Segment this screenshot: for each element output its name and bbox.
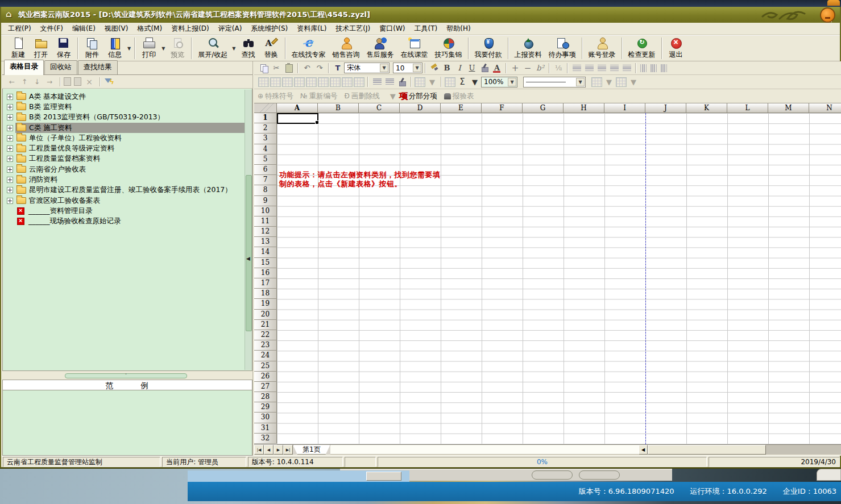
tree-item[interactable]: 消防资料 — [3, 174, 252, 185]
column-header-C[interactable]: C — [359, 103, 400, 113]
dropdown-caret-icon[interactable]: ▼ — [232, 46, 235, 51]
column-header-N[interactable]: N — [809, 103, 841, 113]
menu-item-编辑(E)[interactable]: 编辑(E) — [68, 22, 100, 35]
expand-plus-icon[interactable] — [7, 156, 13, 162]
expand-plus-icon[interactable] — [7, 145, 13, 152]
select-table-icon[interactable] — [415, 77, 425, 87]
align-justify-icon[interactable] — [573, 65, 581, 72]
expand-plus-icon[interactable] — [7, 177, 13, 183]
format-painter-icon[interactable] — [429, 63, 440, 73]
border-outline-icon[interactable] — [591, 77, 602, 87]
increase-size-button[interactable]: + — [509, 63, 521, 73]
button-renumber[interactable]: №重新编号 — [300, 91, 337, 101]
tab-回收站[interactable]: 回收站 — [44, 60, 77, 74]
filter-icon[interactable] — [103, 77, 115, 86]
underline-button[interactable]: U — [466, 63, 478, 73]
column-header-M[interactable]: M — [768, 103, 809, 113]
cut-icon[interactable]: ✂ — [271, 63, 282, 73]
toolbar-button-info[interactable]: 信息 — [103, 36, 126, 60]
align-left-icon[interactable] — [585, 65, 594, 72]
row-header-5[interactable]: 5 — [254, 155, 277, 165]
toolbar-button-ie[interactable]: 在线找专家 — [288, 36, 329, 60]
dropdown-caret-icon[interactable]: ▼ — [380, 64, 388, 72]
fill-color-icon[interactable] — [479, 63, 490, 73]
font-size-select[interactable]: 10 ▼ — [393, 63, 422, 73]
menu-item-技术工艺(J)[interactable]: 技术工艺(J) — [331, 22, 375, 35]
button-strike[interactable]: Ð画删除线 — [345, 91, 380, 101]
menu-item-窗口(W)[interactable]: 窗口(W) — [375, 22, 409, 35]
hscroll-track[interactable] — [766, 445, 841, 455]
expand-plus-icon[interactable] — [7, 94, 13, 100]
dropdown-caret-icon[interactable]: ▼ — [508, 78, 516, 86]
merge-cells-icon[interactable] — [258, 77, 269, 87]
tree-item-body[interactable]: C类 施工资料 — [15, 123, 252, 133]
tree-item-body[interactable]: B类 监理资料 — [15, 102, 252, 112]
row-header-12[interactable]: 12 — [254, 227, 277, 237]
row-header-29[interactable]: 29 — [254, 402, 277, 413]
toolbar-button-todo[interactable]: 待办事项 — [545, 36, 579, 60]
row-header-17[interactable]: 17 — [254, 278, 277, 289]
column-header-I[interactable]: I — [604, 103, 645, 113]
copy-node-icon[interactable] — [64, 77, 71, 86]
eraser-icon[interactable] — [396, 77, 408, 88]
move-down-icon[interactable] — [32, 77, 42, 86]
toolbar-button-tips[interactable]: 技巧集锦 — [432, 36, 466, 60]
tree-item-body[interactable]: 工程质量优良等级评定资料 — [15, 143, 252, 153]
toolbar-button-update[interactable]: 检查更新 — [625, 36, 659, 60]
column-header-E[interactable]: E — [441, 103, 482, 113]
toolbar-button-service[interactable]: 售后服务 — [363, 36, 397, 60]
line-style-select[interactable]: ▼ — [523, 77, 586, 88]
font-color-button[interactable]: A — [491, 63, 503, 73]
column-header-G[interactable]: G — [523, 103, 564, 113]
toolbar-button-upload[interactable]: 上报资料 — [511, 36, 545, 60]
dropdown-caret-icon[interactable]: ▼ — [413, 64, 421, 72]
row-header-22[interactable]: 22 — [254, 330, 277, 340]
menu-item-工具(T)[interactable]: 工具(T) — [410, 22, 442, 35]
row-header-13[interactable]: 13 — [254, 237, 277, 247]
undo-icon[interactable]: ↶ — [301, 63, 313, 73]
button-xiang[interactable]: 项分部分项 — [399, 91, 437, 102]
column-header-D[interactable]: D — [400, 103, 441, 113]
menu-item-帮助(H)[interactable]: 帮助(H) — [442, 22, 475, 35]
row-header-3[interactable]: 3 — [254, 134, 277, 144]
tree-item-body[interactable]: ______资料管理目录 — [7, 206, 252, 216]
toolbar-button-exit[interactable]: 退出 — [665, 36, 687, 60]
tab-表格目录[interactable]: 表格目录 — [4, 60, 44, 75]
tree-item-body[interactable]: 单位（子单位）工程验收资料 — [15, 133, 252, 143]
superscript-button[interactable]: b² — [535, 63, 546, 73]
row-header-10[interactable]: 10 — [254, 206, 277, 216]
move-up-icon[interactable] — [19, 77, 30, 86]
row-header-31[interactable]: 31 — [254, 423, 277, 434]
align-center-icon[interactable] — [598, 65, 606, 72]
button-stamp[interactable]: 报验表 — [444, 91, 474, 101]
tree-item[interactable]: 昆明市建设工程质量监督注册、竣工验收备案手续用表（2017） — [3, 185, 252, 195]
row-header-1[interactable]: 1 — [254, 113, 277, 123]
row-header-4[interactable]: 4 — [254, 144, 277, 155]
unmerge-cells-icon[interactable] — [270, 77, 281, 87]
toolbar-button-classroom[interactable]: 在线课堂 — [397, 36, 432, 60]
hscroll-left-button[interactable]: ◀ — [639, 445, 648, 455]
border-outline-caret-icon[interactable]: ▼ — [603, 77, 615, 88]
zoom-select[interactable]: 100% ▼ — [481, 77, 517, 88]
row-header-11[interactable]: 11 — [254, 216, 277, 227]
cell-grid[interactable] — [277, 113, 841, 444]
sheet-tab[interactable]: 第1页 — [293, 445, 330, 455]
dropdown-caret-icon[interactable]: ▼ — [127, 46, 131, 51]
expand-plus-icon[interactable] — [7, 135, 13, 141]
toolbar-button-print[interactable]: 打印 — [138, 36, 160, 60]
minimize-skin-button[interactable] — [820, 7, 835, 23]
toolbar-button-new[interactable]: 新建 — [7, 36, 30, 60]
column-header-J[interactable]: J — [645, 103, 686, 113]
sum-button[interactable]: Σ — [457, 77, 468, 88]
bold-button[interactable]: B — [441, 63, 453, 73]
lock-cells-icon[interactable] — [354, 77, 364, 87]
font-name-select[interactable]: 宋体 ▼ — [344, 63, 390, 73]
vertical-align-top-icon[interactable] — [640, 64, 647, 72]
column-header-H[interactable]: H — [564, 103, 604, 113]
expand-plus-icon[interactable] — [7, 114, 13, 120]
hscroll-thumb[interactable] — [648, 445, 766, 455]
column-header-B[interactable]: B — [318, 103, 359, 113]
toolbar-button-sales[interactable]: 销售咨询 — [329, 36, 363, 60]
move-left-icon[interactable] — [7, 77, 17, 86]
tree-item-body[interactable]: 工程质量监督档案资料 — [15, 154, 252, 164]
